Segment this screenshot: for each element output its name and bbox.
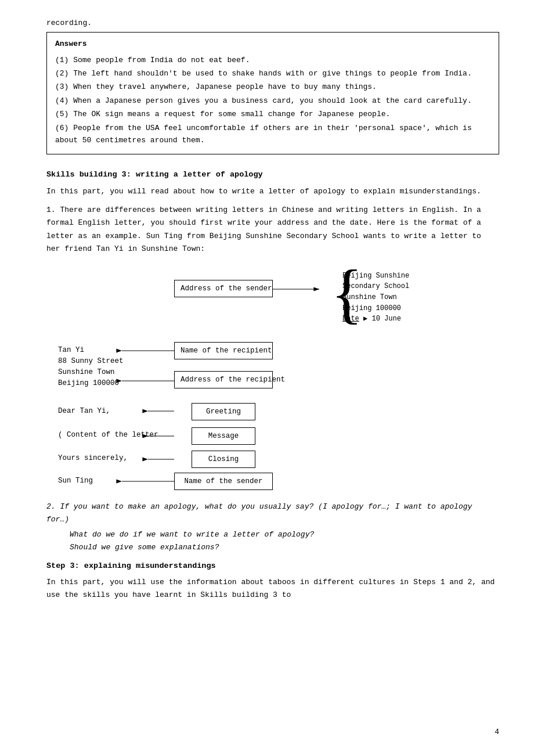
date-value: 10 June (371, 315, 400, 323)
answers-box: Answers (1) Some people from India do no… (46, 32, 499, 154)
recording-text: recording. (46, 17, 499, 30)
recipient-name-box: Name of the recipient (174, 342, 273, 359)
answer-2: (2) The left hand shouldn't be used to s… (55, 67, 490, 80)
italic1: What do we do if we want to write a lett… (70, 528, 499, 541)
answer-5: (5) The OK sign means a request for some… (55, 108, 490, 120)
left-name: Tan Yi (58, 344, 84, 356)
point1-text: 1. There are differences between writing… (46, 204, 499, 255)
recipient-addr-box: Address of the recipient (174, 371, 273, 388)
step3-text: In this part, you will use the informati… (46, 576, 499, 602)
letter-diagram: Address of the sender Name of the recipi… (46, 265, 499, 491)
skills-title: Skills building 3: writing a letter of a… (46, 168, 499, 181)
question2-text: 2. If you want to make an apology, what … (46, 501, 499, 526)
italic2: Should we give some explanations? (70, 541, 499, 554)
left-closing: Yours sincerely, (58, 452, 128, 464)
page-number: 4 (495, 726, 499, 739)
sender-box: Address of the sender (174, 280, 273, 297)
left-sender: Sun Ting (58, 475, 93, 487)
left-addr-line3: Beijing 100000 (58, 379, 119, 387)
left-content: ( Content of the letter (58, 429, 158, 441)
answers-title: Answers (55, 38, 490, 51)
left-greeting: Dear Tan Yi, (58, 405, 110, 417)
intro-text: In this part, you will read about how to… (46, 185, 499, 198)
answer-4: (4) When a Japanese person gives you a b… (55, 95, 490, 107)
left-addr-line1: 88 Sunny Street (58, 357, 124, 365)
greeting-box: Greeting (192, 403, 255, 420)
answer-6: (6) People from the USA feel uncomfortab… (55, 122, 490, 147)
curly-brace: { (331, 260, 363, 327)
sender-name-box: Name of the sender (174, 473, 273, 490)
message-box: Message (192, 427, 255, 445)
closing-box: Closing (192, 451, 255, 468)
answer-3: (3) When they travel anywhere, Japanese … (55, 81, 490, 93)
left-addr-line2: Sunshine Town (58, 368, 115, 376)
left-addr: 88 Sunny Street Sunshine Town Beijing 10… (58, 356, 124, 390)
answer-1: (1) Some people from India do not eat be… (55, 54, 490, 66)
step3-title: Step 3: explaining misunderstandings (46, 560, 499, 573)
